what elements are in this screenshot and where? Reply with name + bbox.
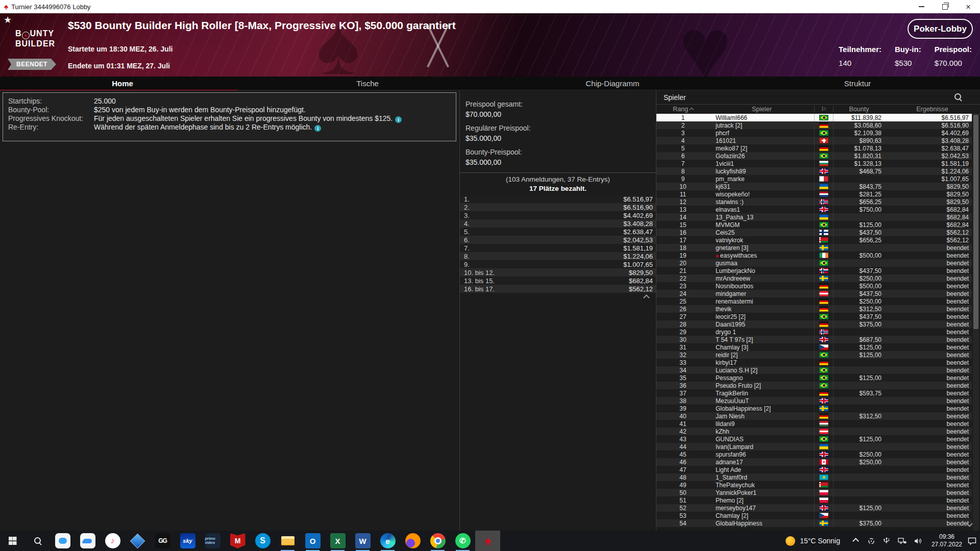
tray-expand-icon[interactable] [853, 536, 858, 545]
player-row[interactable]: 53Chamlay [2]beendet [656, 512, 972, 519]
player-row[interactable]: 44Ivan(Lampardbeendet [656, 443, 972, 450]
taskbar-icon-pokerstars[interactable]: ♠ [475, 531, 500, 551]
player-row[interactable]: 35Pessagno$125,00beendet [656, 374, 972, 382]
player-row[interactable]: 21LumberjackNo$437,50beendet [656, 267, 972, 274]
player-row[interactable]: 39GlobalHappiness [2]beendet [656, 405, 972, 412]
player-row[interactable]: 27leocir25 [2]$437,50beendet [656, 313, 972, 320]
action-center-icon[interactable] [967, 537, 977, 545]
taskbar-icon-mcafee[interactable]: M [225, 531, 250, 551]
player-row[interactable]: 30T 54 T 97s [2]$687,50beendet [656, 336, 972, 343]
column-header-rank[interactable]: Rang [656, 106, 709, 113]
taskbar-icon-outlook[interactable]: O [300, 531, 325, 551]
usb-tray-icon[interactable] [883, 537, 891, 545]
player-row[interactable]: 2jutrack [2]$3.058,60$6.516,90 [656, 121, 972, 129]
weather-sun-icon[interactable] [786, 536, 795, 546]
player-row[interactable]: 50YannickPoker1beendet [656, 489, 972, 496]
player-row[interactable]: 37TragikBerlin$593,75beendet [656, 389, 972, 397]
tab-chip-diagramm[interactable]: Chip-Diagramm [490, 77, 735, 90]
column-header-flag[interactable]: ⚐ [814, 106, 834, 113]
player-row[interactable]: 1413_Pasha_13$682,84 [656, 213, 972, 221]
player-row[interactable]: 22mrAndreeew$250,00beendet [656, 274, 972, 282]
taskbar-icon-chrome[interactable] [425, 531, 450, 551]
tab-struktur[interactable]: Struktur [735, 77, 980, 90]
player-row[interactable]: 43GUNDIAS$125,00beendet [656, 435, 972, 443]
update-tray-icon[interactable] [867, 537, 875, 545]
player-row[interactable]: 41lildani9beendet [656, 420, 972, 428]
player-row[interactable]: 46adnane17$250,00beendet [656, 458, 972, 466]
taskbar-icon-word[interactable]: W [350, 531, 375, 551]
taskbar-icon-ggpoker[interactable]: GG [150, 531, 175, 551]
player-row[interactable]: 4161021$890,63$3.408,28 [656, 137, 972, 144]
player-row[interactable]: 15MVMGM$125,00$682,84 [656, 221, 972, 229]
taskbar-icon-itunes[interactable]: ♪ [100, 531, 125, 551]
player-row[interactable]: 8luckyfish89$468,75$1.224,06 [656, 167, 972, 175]
player-row[interactable]: 3phcrf$2.109,38$4.402,69 [656, 129, 972, 137]
taskbar-icon-excel[interactable]: X [325, 531, 350, 551]
player-row[interactable]: 19♠easywithaces$500,00beendet [656, 252, 972, 259]
player-row[interactable]: 29drygo 1beendet [656, 328, 972, 336]
player-row[interactable]: 51Phemo [2]beendet [656, 496, 972, 504]
network-tray-icon[interactable] [898, 537, 906, 545]
collapse-prizes-button[interactable] [460, 293, 656, 300]
player-row[interactable]: 49ThePateychukbeendet [656, 481, 972, 489]
player-row[interactable]: 25renemastermi$250,00beendet [656, 297, 972, 305]
player-row[interactable]: 38MezuuÜuuTbeendet [656, 397, 972, 405]
player-row[interactable]: 13elnavas1$750,00$682,84 [656, 206, 972, 213]
taskbar-icon-edge[interactable]: e [375, 531, 400, 551]
favorite-star-icon[interactable]: ★ [4, 14, 12, 26]
taskbar-icon-firefox[interactable] [400, 531, 425, 551]
taskbar-clock[interactable]: 09:36 27.07.2022 [932, 533, 962, 548]
info-icon[interactable]: i [314, 125, 321, 132]
player-row[interactable]: 36Pseudo Fruto [2]beendet [656, 382, 972, 389]
tab-home[interactable]: Home [0, 77, 245, 90]
scrollbar-thumb[interactable] [973, 115, 978, 329]
poker-lobby-button[interactable]: Poker-Lobby [908, 19, 973, 39]
taskbar-icon-start[interactable] [0, 531, 25, 551]
player-row[interactable]: 45spursfan96$250,00beendet [656, 450, 972, 458]
player-row[interactable]: 33kirbyi17beendet [656, 359, 972, 366]
taskbar-icon-skype[interactable]: S [250, 531, 275, 551]
tab-tische[interactable]: Tische [245, 77, 490, 90]
taskbar-icon-search[interactable] [25, 531, 50, 551]
volume-tray-icon[interactable] [914, 537, 922, 545]
player-row[interactable]: 17vatniykrok$656,25$562,12 [656, 236, 972, 244]
player-row[interactable]: 47Light Adebeendet [656, 466, 972, 473]
column-header-bounty[interactable]: Bounty [834, 106, 885, 113]
taskbar-icon-prime-video[interactable]: prime video [200, 531, 225, 551]
player-row[interactable]: 40Jam Niesh$312,50beendet [656, 412, 972, 420]
players-scrollbar[interactable] [973, 114, 979, 531]
taskbar-icon-whatsapp[interactable]: ✆ [450, 531, 475, 551]
player-row[interactable]: 71viciii1$1.328,13$1.581,19 [656, 160, 972, 167]
weather-status[interactable]: 15°C Sonnig [800, 537, 840, 545]
taskbar-icon-icloud[interactable] [75, 531, 100, 551]
taskbar-icon-messages[interactable] [50, 531, 75, 551]
info-icon[interactable]: i [395, 116, 402, 123]
scroll-down-button[interactable] [967, 520, 972, 530]
player-row[interactable]: 11wisopekeño!$281,25$829,50 [656, 190, 972, 198]
player-row[interactable]: 42kZhhbeendet [656, 428, 972, 435]
player-row[interactable]: 28Daani1995$375,00beendet [656, 320, 972, 328]
search-icon[interactable] [954, 93, 963, 102]
taskbar-icon-file-explorer[interactable] [275, 531, 300, 551]
column-header-player[interactable]: Spieler [709, 106, 814, 113]
player-row[interactable]: 26thevik$312,50beendet [656, 305, 972, 313]
player-row[interactable]: 32reidir [2]$125,00beendet [656, 351, 972, 359]
restore-button[interactable] [933, 0, 957, 13]
player-row[interactable]: 12starwins :)$656,25$829,50 [656, 198, 972, 206]
player-row[interactable]: 34Luciano S.H [2]beendet [656, 366, 972, 374]
player-row[interactable]: 1WilliamI666$11.839,82$6.516,97 [656, 114, 972, 121]
player-row[interactable]: 24mindgamer$437,50beendet [656, 290, 972, 297]
column-header-results[interactable]: Ergebnisse [885, 106, 980, 113]
player-row[interactable]: 6Gofaziin26$1.820,31$2.042,53 [656, 152, 972, 160]
player-row[interactable]: 16Ceis25$437,50$562,12 [656, 229, 972, 236]
player-row[interactable]: 20gusmaabeendet [656, 259, 972, 267]
player-row[interactable]: 481_Stamf0rdbeendet [656, 473, 972, 481]
player-row[interactable]: 31Chamlay [3]$125,00beendet [656, 343, 972, 351]
player-row[interactable]: 52merseyboy147$125,00beendet [656, 504, 972, 512]
player-row[interactable]: 54GlobalHappiness$375,00beendet [656, 519, 972, 527]
player-row[interactable]: 5meiko87 [2]$1.078,13$2.638,47 [656, 144, 972, 152]
close-button[interactable]: × [957, 0, 980, 13]
player-row[interactable]: 10kj631$843,75$829,50 [656, 183, 972, 190]
player-row[interactable]: 9pm_marke$1.007,65 [656, 175, 972, 183]
player-row[interactable]: 23Nosnibourbos$500,00beendet [656, 282, 972, 290]
